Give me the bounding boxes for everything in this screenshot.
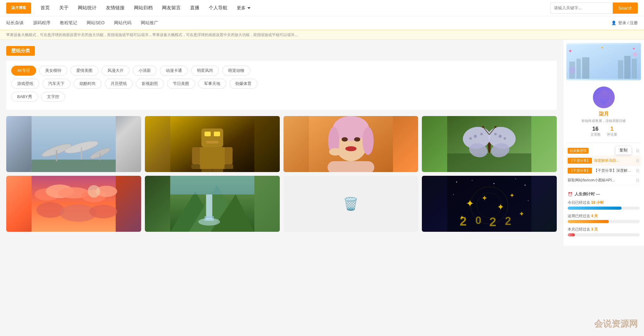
avatar [593, 86, 615, 108]
svg-text:✦: ✦ [632, 46, 636, 51]
image-card-sunset[interactable] [6, 176, 141, 232]
main-menu: 首页 关于 网站统计 友情链接 网站归档 网友留言 直播 个人导航 更多 [41, 5, 551, 11]
site-logo[interactable]: 柒月博客 [6, 2, 31, 14]
basket-icon: 🗑️ [343, 197, 359, 211]
article-label: 文章数 [590, 132, 601, 137]
svg-point-45 [482, 126, 484, 128]
category-tags: 4K专区 美女模特 爱情美图 风漫大片 小清新 动漫卡通 明星风尚 萌宠动物 游… [6, 61, 557, 110]
svg-rect-28 [327, 161, 374, 172]
image-stars: ✦ ✦ ✦ ✦ ✦ ✦ 2 0 2 2 [422, 176, 557, 232]
login-area[interactable]: 👤 登录 / 注册 [611, 20, 638, 26]
tag-game[interactable]: 游戏壁纸 [11, 79, 39, 89]
chevron-down-icon [247, 7, 250, 9]
nav-archive[interactable]: 网站归档 [134, 5, 153, 11]
sidebar-user: 柒月 有钱终成眷属，没钱亲眼目睹 16 文章数 1 评论量 [566, 83, 641, 143]
subnav-tutorial[interactable]: 教程笔记 [60, 20, 77, 26]
svg-rect-9 [201, 128, 223, 147]
nav-guestbook[interactable]: 网友留言 [162, 5, 181, 11]
nav-more[interactable]: 更多 [237, 5, 250, 11]
subnav-code[interactable]: 网站代码 [114, 20, 131, 26]
link-text-2: 深度解析高防... [594, 158, 635, 163]
bottom-watermark: 会说资源网 [594, 318, 638, 330]
tag-sports[interactable]: 劲爆体育 [229, 79, 257, 89]
svg-text:0: 0 [475, 214, 481, 226]
svg-text:✦: ✦ [568, 48, 572, 54]
svg-rect-61 [170, 176, 254, 194]
tag-calendar[interactable]: 月历壁纸 [105, 79, 133, 89]
countdown-header: ⏰ 人生倒计时 — [568, 191, 640, 197]
svg-rect-5 [81, 147, 82, 160]
sidebar-link-1[interactable]: 自采集壁纸 复制 ⛓ [566, 146, 641, 156]
image-card-satellite[interactable] [6, 116, 141, 172]
image-grid: 🗑️ [6, 116, 557, 232]
image-card-robot[interactable] [145, 116, 280, 172]
image-card-stars[interactable]: ✦ ✦ ✦ ✦ ✦ ✦ 2 0 2 2 [422, 176, 557, 232]
tag-4k[interactable]: 4K专区 [11, 66, 36, 76]
subnav-seo[interactable]: 网站SEO [87, 20, 105, 26]
user-name: 柒月 [570, 111, 638, 117]
nav-stats[interactable]: 网站统计 [78, 5, 97, 11]
subnav-promotion[interactable]: 网站推广 [141, 20, 158, 26]
svg-point-29 [329, 148, 341, 156]
week-fill [568, 220, 609, 223]
tag-fresh[interactable]: 小清新 [133, 66, 157, 76]
month-bar [568, 233, 640, 236]
avatar-diamond-icon [596, 90, 612, 105]
svg-rect-10 [204, 132, 211, 136]
month-fill [568, 233, 575, 236]
week-label: 这周已经过去 4 天 [568, 213, 640, 219]
nav-personal[interactable]: 个人导航 [209, 5, 227, 11]
link-text-4: 获取网站favicon小图标API... [568, 178, 635, 183]
svg-text:✦: ✦ [519, 210, 525, 218]
sidebar-link-2[interactable]: 【干货分享】 深度解析高防... ⛓ [566, 156, 641, 166]
sidebar: ✦ ✦ ✦ 柒月 有钱终成眷属，没钱亲眼目睹 16 文章数 1 [563, 40, 644, 246]
image-card-woman[interactable] [284, 116, 418, 172]
tag-pet[interactable]: 萌宠动物 [222, 66, 250, 76]
tag-military[interactable]: 军事天地 [198, 79, 226, 89]
tag-movie[interactable]: 影视剧照 [136, 79, 164, 89]
svg-rect-12 [206, 141, 218, 143]
svg-text:2: 2 [505, 215, 511, 227]
tag-love[interactable]: 爱情美图 [70, 66, 98, 76]
svg-rect-62 [206, 194, 212, 219]
nav-live[interactable]: 直播 [190, 5, 199, 11]
svg-point-66 [456, 182, 457, 183]
search-button[interactable]: Search [613, 2, 638, 14]
search-input[interactable] [551, 2, 613, 14]
tag-baby[interactable]: BABY秀 [11, 92, 38, 102]
month-label: 本月已经过去 3 天 [568, 227, 640, 232]
link-arrow-4-icon: ⛓ [636, 178, 640, 183]
tag-holiday[interactable]: 节日美图 [167, 79, 195, 89]
svg-point-26 [354, 137, 360, 142]
nav-about[interactable]: 关于 [59, 5, 69, 11]
tooltip-copy[interactable]: 复制 [615, 146, 632, 155]
nav-links[interactable]: 友情链接 [106, 5, 125, 11]
section-header: 壁纸分类 [6, 46, 557, 56]
user-stats: 16 文章数 1 评论量 [570, 126, 638, 137]
tag-car[interactable]: 汽车天下 [42, 79, 70, 89]
comment-label: 评论量 [607, 132, 617, 137]
svg-text:2: 2 [489, 215, 496, 229]
sidebar-link-4[interactable]: 获取网站favicon小图标API... ⛓ [566, 176, 641, 185]
image-card-waterfall[interactable] [145, 176, 280, 232]
tag-text[interactable]: 文字控 [41, 92, 65, 102]
link-tag-2: 【干货分享】 [568, 158, 592, 164]
tag-beauty[interactable]: 美女模特 [39, 66, 67, 76]
subnav-webmaster[interactable]: 站长杂谈 [6, 20, 24, 26]
tag-cartoon[interactable]: 动漫卡通 [160, 66, 188, 76]
svg-rect-18 [201, 169, 212, 172]
link-arrow-icon: ⛓ [636, 149, 640, 153]
svg-text:2: 2 [460, 214, 467, 228]
image-card-butterfly[interactable] [422, 116, 557, 172]
comment-count: 1 [607, 126, 617, 132]
user-icon: 👤 [611, 21, 616, 25]
subnav-source[interactable]: 源码程序 [33, 20, 50, 26]
svg-point-64 [198, 218, 220, 226]
nav-home[interactable]: 首页 [41, 5, 50, 11]
tag-cool[interactable]: 炫酷时尚 [74, 79, 102, 89]
tag-anime-movie[interactable]: 风漫大片 [102, 66, 130, 76]
sidebar-link-3[interactable]: 【干货分享】 【干货分享】深度解析高防服... ⛓ [566, 166, 641, 176]
image-card-empty: 🗑️ [284, 176, 418, 232]
tag-star[interactable]: 明星风尚 [191, 66, 219, 76]
svg-text:✦: ✦ [482, 194, 488, 202]
